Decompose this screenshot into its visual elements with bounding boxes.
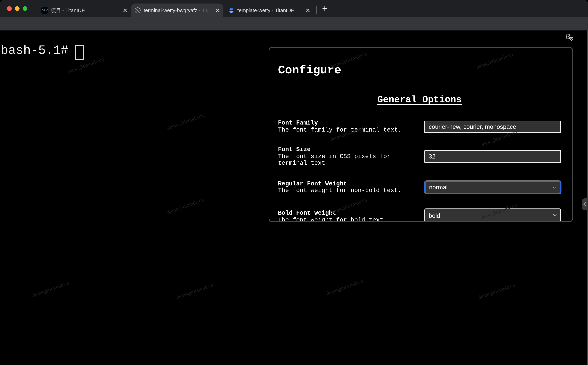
terminal-favicon — [134, 7, 141, 14]
watermark-text: demo@titanide.cn — [175, 282, 214, 301]
watermark-text: demo@titanide.cn — [166, 197, 205, 216]
titanide-favicon: <t> — [41, 7, 48, 14]
terminal-cursor[interactable] — [75, 45, 84, 60]
watermark-text: demo@titanide.cn — [166, 112, 205, 131]
watermark-text: demo@titanide.cn — [325, 278, 364, 297]
chevron-down-icon — [553, 186, 556, 189]
regular-font-weight-label: Regular Font Weight — [278, 181, 419, 187]
tab-template-wetty[interactable]: template-wetty - TitanIDE — [224, 4, 315, 17]
panel-title: Configure — [278, 64, 561, 77]
chevron-down-icon — [553, 214, 557, 216]
close-tab-icon[interactable] — [214, 7, 221, 14]
watermark-text: demo@titanide.cn — [31, 280, 70, 299]
close-window-button[interactable] — [7, 6, 12, 11]
bold-font-weight-row: Bold Font Weight The font weight for bol… — [278, 208, 561, 222]
configure-panel: Configure General Options Font Family Th… — [269, 47, 573, 222]
font-size-label: Font Size — [278, 146, 419, 153]
zoom-window-button[interactable] — [23, 6, 27, 11]
watermark-text: demo@titanide.cn — [477, 282, 516, 301]
tab-titanide-project[interactable]: <t> 项目 - TitanIDE — [34, 4, 131, 17]
bold-font-weight-label: Bold Font Weight — [278, 210, 419, 217]
bold-font-weight-description: The font weight for bold text. — [278, 217, 419, 222]
font-size-input[interactable] — [424, 150, 561, 163]
regular-font-weight-description: The font weight for non-bold text. — [278, 187, 419, 194]
browser-window: <t> 项目 - TitanIDE terminal-wetty-bwqryaf… — [0, 0, 588, 365]
bold-font-weight-select[interactable]: bold — [424, 208, 561, 222]
browser-toolbar: try.titanide.cn/ide/web/coding/terminal-… — [0, 17, 588, 30]
font-family-description: The font family for terminal text. — [278, 127, 419, 133]
drawer-collapse-tab[interactable] — [582, 198, 588, 211]
right-drawer-edge — [587, 30, 588, 365]
section-title: General Options — [278, 94, 561, 105]
font-size-description: The font size in CSS pixels for terminal… — [278, 153, 419, 167]
terminal-prompt: bash-5.1# — [1, 43, 68, 59]
watermark-text: demo@titanide.cn — [66, 56, 105, 75]
terminal-page: bash-5.1# ⚙ ⚙ Configure General Options … — [0, 30, 588, 365]
font-family-label: Font Family — [278, 120, 419, 127]
tab-title: 项目 - TitanIDE — [51, 7, 85, 14]
tab-terminal-wetty[interactable]: terminal-wetty-bwqryafz - Tita — [131, 4, 223, 17]
chevron-left-icon — [583, 202, 587, 207]
settings-gears-icon[interactable]: ⚙ ⚙ — [565, 34, 577, 44]
close-tab-icon[interactable] — [305, 7, 311, 14]
tab-title: template-wetty - TitanIDE — [237, 7, 294, 13]
minimize-window-button[interactable] — [15, 6, 20, 11]
tab-strip: <t> 项目 - TitanIDE terminal-wetty-bwqryaf… — [0, 0, 588, 17]
layers-favicon — [228, 7, 235, 14]
new-tab-button[interactable] — [321, 5, 328, 12]
font-size-row: Font Size The font size in CSS pixels fo… — [278, 146, 561, 167]
font-family-row: Font Family The font family for terminal… — [278, 120, 561, 133]
tab-title: terminal-wetty-bwqryafz - Tita — [144, 7, 211, 13]
font-family-input[interactable] — [424, 120, 561, 133]
regular-font-weight-row: Regular Font Weight The font weight for … — [278, 181, 561, 194]
close-tab-icon[interactable] — [122, 7, 128, 14]
regular-font-weight-select[interactable]: normal — [424, 181, 561, 194]
tab-divider — [316, 6, 317, 14]
